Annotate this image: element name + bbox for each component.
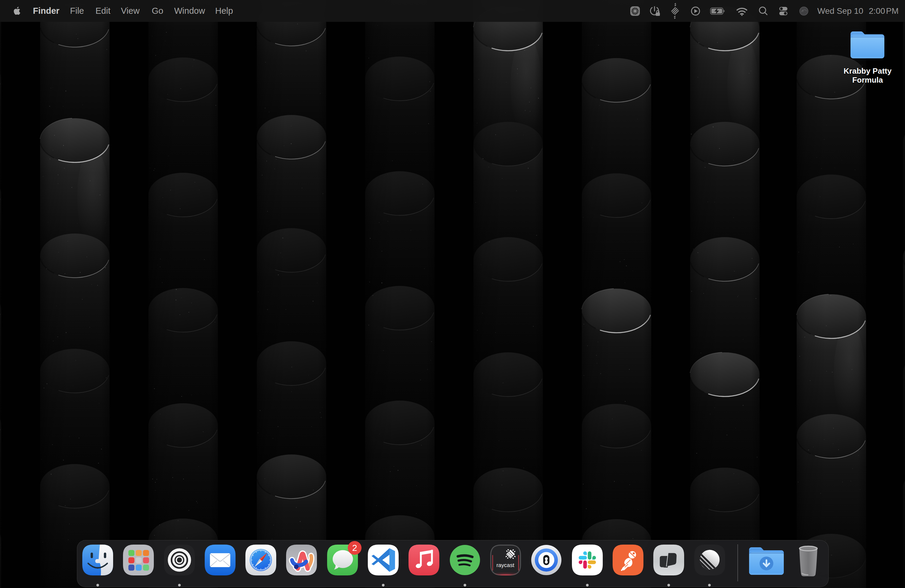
svg-text:raycast: raycast xyxy=(497,562,515,568)
